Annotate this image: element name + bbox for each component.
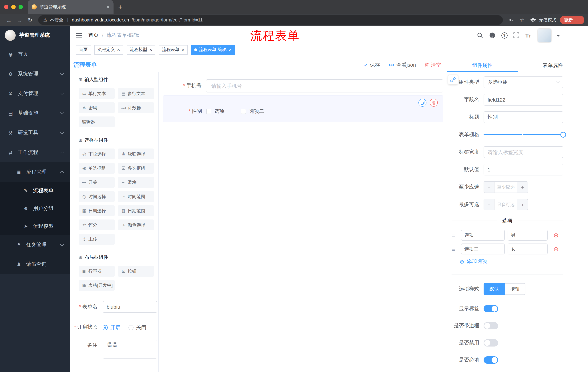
tag-流程表单-编辑[interactable]: 流程表单-编辑× [191,45,235,54]
view-json-button[interactable]: 查看json [389,62,416,68]
close-icon[interactable]: × [149,47,152,52]
palette-item-计数器[interactable]: 123计数器 [118,102,154,113]
search-icon[interactable] [476,32,483,39]
save-button[interactable]: ✓ 保存 [364,62,380,68]
option-value-input[interactable] [508,230,548,241]
close-window-button[interactable] [4,5,8,9]
sidebar-item-user-group[interactable]: ☻用户分组 [0,200,70,217]
toggle-switch-显示标签[interactable] [483,305,498,312]
remove-option-icon[interactable]: ⊖ [553,246,559,252]
new-tab-button[interactable]: + [118,3,122,10]
maximize-window-button[interactable] [19,5,23,9]
palette-item-级联选择[interactable]: ⋔级联选择 [118,149,154,159]
sidebar-item-home[interactable]: ◉首页 [0,44,70,64]
browser-menu-icon[interactable]: ⋮ [576,17,580,23]
phone-input[interactable] [206,79,443,93]
checkbox-icon[interactable] [241,109,246,114]
label-width-input[interactable] [483,146,563,158]
gender-option[interactable]: 选项二 [241,108,264,115]
tag-流程表单[interactable]: 流程表单× [159,45,188,54]
security-label[interactable]: 不安全 [50,17,63,23]
gender-option[interactable]: 选项一 [206,108,230,115]
form-item-phone[interactable]: *手机号 [163,79,443,93]
decrease-button[interactable]: − [484,199,494,210]
breadcrumb-home[interactable]: 首页 [88,32,99,39]
toggle-switch-是否必填[interactable] [483,356,498,364]
avatar[interactable] [538,29,551,42]
close-icon[interactable]: × [182,47,184,52]
palette-item-多行文本[interactable]: ▤多行文本 [118,88,154,99]
palette-item-评分[interactable]: ☆评分 [79,220,115,230]
option-label-input[interactable] [461,244,505,255]
back-button[interactable]: ← [4,17,14,23]
reload-button[interactable]: ↻ [25,17,35,23]
sidebar-item-system[interactable]: ⚙系统管理 [0,64,70,84]
delete-component-button[interactable] [430,99,438,107]
palette-item-时间范围[interactable]: ◔时间范围 [118,191,154,202]
github-icon[interactable] [489,32,496,39]
close-icon[interactable]: × [117,47,120,52]
tab-component-props[interactable]: 组件属性 [447,58,518,72]
style-button-button[interactable]: 按钮 [505,283,525,295]
option-value-input[interactable] [508,244,548,255]
sidebar-item-workflow[interactable]: ⇄工作流程 [0,143,70,162]
min-select-value[interactable]: 至少应选 [494,182,517,192]
palette-item-滑块[interactable]: ⊸滑块 [118,177,154,188]
link-icon[interactable] [448,75,458,85]
decrease-button[interactable]: − [484,182,494,192]
tag-首页[interactable]: 首页 [76,45,91,54]
tab-close-icon[interactable]: × [107,4,110,10]
tag-流程模型[interactable]: 流程模型× [126,45,155,54]
sidebar-item-process-model[interactable]: ➤流程模型 [0,217,70,235]
add-option-button[interactable]: ⊕ 添加选项 [460,258,563,265]
toggle-switch-是否禁用[interactable] [483,339,498,347]
palette-item-行容器[interactable]: ▣行容器 [79,266,115,277]
remark-textarea[interactable]: 嘿嘿 [103,340,157,359]
drag-handle-icon[interactable]: ≣ [452,246,461,252]
collapse-menu-icon[interactable] [76,33,82,37]
remove-option-icon[interactable]: ⊖ [553,232,559,238]
browser-tab[interactable]: 芋道管理系统 × [28,0,114,14]
status-off-radio[interactable]: 关闭 [128,324,146,331]
increase-button[interactable]: + [517,199,528,210]
address-bar[interactable]: ⚠ 不安全 | dashboard.yudao.iocoder.cn /bpm/… [38,15,503,25]
sidebar-item-infrastructure[interactable]: ▤基础设施 [0,103,70,123]
palette-item-密码[interactable]: ∗密码 [79,102,115,113]
sidebar-item-payment[interactable]: ¥支付管理 [0,84,70,103]
palette-item-日期选择[interactable]: ▦日期选择 [79,205,115,216]
update-button[interactable]: 更新 ⋮ [560,16,584,24]
default-value-input[interactable] [483,164,563,175]
palette-item-按钮[interactable]: ⊡按钮 [118,266,154,277]
field-name-input[interactable] [483,94,563,106]
fullscreen-icon[interactable] [513,32,520,39]
checkbox-icon[interactable] [206,109,211,114]
toggle-switch-是否带边框[interactable] [483,322,498,329]
form-name-input[interactable] [103,301,157,313]
option-label-input[interactable] [461,230,505,241]
style-default-button[interactable]: 默认 [483,283,505,295]
max-select-value[interactable]: 最多可选 [494,199,517,210]
copy-component-button[interactable] [419,99,426,107]
palette-item-开关[interactable]: ⊶开关 [79,177,115,188]
sidebar-item-task-management[interactable]: ⚑任务管理 [0,235,70,255]
grid-slider[interactable] [483,129,563,140]
tag-流程定义[interactable]: 流程定义× [94,45,123,54]
form-item-gender-selected[interactable]: *性别 选项一选项二 [163,95,443,122]
drag-handle-icon[interactable]: ≣ [452,233,461,238]
tab-form-props[interactable]: 表单属性 [518,58,588,72]
password-key-icon[interactable] [506,17,517,23]
increase-button[interactable]: + [517,182,528,192]
component-type-select[interactable]: 多选框组 [483,76,563,88]
palette-item-表格[开发中][interactable]: ▦表格[开发中] [79,280,115,291]
palette-item-颜色选择[interactable]: ◑颜色选择 [118,220,154,230]
palette-item-编辑器[interactable]: 编辑器 [79,117,115,128]
palette-item-单选框组[interactable]: ◉单选框组 [79,163,115,174]
title-input[interactable] [483,111,563,123]
palette-item-多选框组[interactable]: ☑多选框组 [118,163,154,174]
sidebar-item-process-form[interactable]: ✎流程表单 [0,182,70,200]
palette-item-时间选择[interactable]: ◷时间选择 [79,191,115,202]
palette-item-上传[interactable]: ⇪上传 [79,234,115,244]
sidebar-item-dev-tools[interactable]: ⚒研发工具 [0,123,70,143]
font-size-icon[interactable]: TT [525,32,531,38]
palette-item-日期范围[interactable]: ▥日期范围 [118,205,154,216]
